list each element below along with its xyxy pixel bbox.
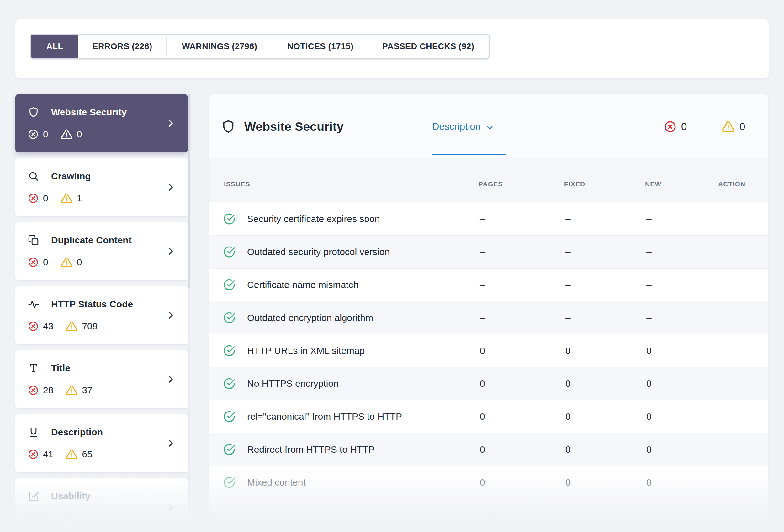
filter-tab-label: ERRORS (226) xyxy=(92,42,152,51)
pages-cell: 0 xyxy=(463,367,549,400)
action-cell xyxy=(702,269,768,301)
table-row[interactable]: Mixed content 0 0 0 xyxy=(209,466,768,499)
active-tab-indicator xyxy=(432,154,506,155)
check-circle-icon xyxy=(223,476,235,488)
warning-icon xyxy=(61,512,73,524)
filter-tab-label: PASSED CHECKS (92) xyxy=(382,42,474,51)
filter-tab[interactable]: ERRORS (226) xyxy=(78,34,166,58)
scrollbar-thumb[interactable] xyxy=(188,94,190,288)
error-icon xyxy=(28,449,38,459)
sidebar-item-counts: 0 0 xyxy=(28,512,175,525)
table-row[interactable]: HTTP URLs in XML sitemap 0 0 0 xyxy=(209,334,768,367)
error-icon xyxy=(28,385,38,396)
chevron-right-icon xyxy=(166,311,175,320)
action-cell xyxy=(702,302,768,334)
sidebar-item[interactable]: Duplicate Content 0 0 xyxy=(16,222,188,280)
issue-cell: No HTTPS encryption xyxy=(209,367,463,400)
table-row[interactable]: Redirect from HTTPS to HTTP 0 0 0 xyxy=(209,433,768,466)
column-header: NEW xyxy=(629,158,702,202)
sidebar-item-label: Description xyxy=(51,427,103,438)
fixed-cell: 0 xyxy=(549,400,629,433)
chevron-right-icon xyxy=(166,183,175,192)
sidebar-item[interactable]: HTTP Status Code 43 709 xyxy=(16,286,188,344)
table-row[interactable]: Outdated encryption algorithm – – – xyxy=(209,301,768,334)
issue-label: Redirect from HTTPS to HTTP xyxy=(247,444,375,455)
sidebar-scrollbar[interactable] xyxy=(188,94,190,532)
sidebar-item[interactable]: Crawling 0 1 xyxy=(16,158,188,217)
error-count: 0 xyxy=(43,129,48,140)
fixed-cell: 0 xyxy=(549,466,629,499)
filter-tab[interactable]: ALL xyxy=(31,34,78,58)
table-row[interactable]: No HTTPS encryption 0 0 0 xyxy=(209,367,768,400)
fixed-cell: 0 xyxy=(549,334,629,367)
chevron-down-icon xyxy=(486,123,494,132)
new-cell: 0 xyxy=(629,466,702,499)
issue-label: Certificate name mismatch xyxy=(247,279,359,290)
warning-icon xyxy=(722,120,735,133)
action-cell xyxy=(702,466,768,499)
table-row[interactable]: Security certificate expires soon – – – xyxy=(209,202,768,235)
activity-icon xyxy=(28,299,39,310)
panel-warning-count: 0 xyxy=(739,121,745,133)
sidebar-item[interactable]: Website Security 0 0 xyxy=(16,94,188,152)
filter-tab[interactable]: WARNINGS (2796) xyxy=(166,34,273,58)
column-header-label: FIXED xyxy=(564,180,585,188)
action-cell xyxy=(702,202,768,235)
sidebar-item-counts: 0 0 xyxy=(28,256,175,269)
error-icon xyxy=(28,257,38,268)
chevron-right-icon xyxy=(166,439,175,448)
panel-error-badge: 0 xyxy=(664,112,687,141)
main-panel: Website Security Description 0 0 ISSUES … xyxy=(209,94,768,532)
chevron-right-icon xyxy=(166,374,175,384)
issue-label: No HTTPS encryption xyxy=(247,378,339,389)
panel-title: Website Security xyxy=(221,112,344,141)
description-dropdown[interactable]: Description xyxy=(432,112,494,141)
action-cell xyxy=(702,334,768,367)
issue-cell: Security certificate expires soon xyxy=(209,202,463,235)
chevron-right-icon xyxy=(166,247,175,256)
underline-icon xyxy=(28,427,39,438)
table-row[interactable]: Outdated security protocol version – – – xyxy=(209,235,768,268)
fixed-cell: 0 xyxy=(549,367,629,400)
sidebar: Website Security 0 0 Crawling 0 1 Duplic… xyxy=(16,94,188,532)
table-row[interactable]: Certificate name mismatch – – – xyxy=(209,268,768,301)
warning-icon xyxy=(61,193,73,204)
issue-label: rel="canonical" from HTTPS to HTTP xyxy=(247,411,402,422)
new-cell: 0 xyxy=(629,433,702,466)
fixed-cell: – xyxy=(549,302,629,334)
sidebar-item[interactable]: Description 41 65 xyxy=(16,414,188,472)
table-body: Security certificate expires soon – – – … xyxy=(209,202,768,499)
check-circle-icon xyxy=(223,411,235,422)
pages-cell: 0 xyxy=(463,433,549,466)
check-circle-icon xyxy=(223,378,235,390)
filter-tab[interactable]: NOTICES (1715) xyxy=(273,34,368,58)
shield-icon xyxy=(221,119,235,134)
error-count: 28 xyxy=(43,385,53,396)
action-cell xyxy=(702,400,768,433)
sidebar-item[interactable]: Usability 0 0 xyxy=(16,478,188,532)
chevron-right-icon xyxy=(166,503,175,512)
pages-cell: – xyxy=(463,235,549,268)
error-count: 0 xyxy=(43,193,48,203)
sidebar-item[interactable]: Title 28 37 xyxy=(16,350,188,409)
warning-icon xyxy=(66,385,78,396)
action-cell xyxy=(702,433,768,466)
issue-label: HTTP URLs in XML sitemap xyxy=(247,345,365,356)
table-row[interactable]: rel="canonical" from HTTPS to HTTP 0 0 0 xyxy=(209,400,768,433)
shield-icon xyxy=(28,107,39,118)
sidebar-item-counts: 43 709 xyxy=(28,320,175,333)
sidebar-item-counts: 28 37 xyxy=(28,384,175,396)
issue-cell: Outdated encryption algorithm xyxy=(209,302,463,334)
filter-tab[interactable]: PASSED CHECKS (92) xyxy=(368,34,488,58)
title-icon xyxy=(28,363,39,374)
pages-cell: 0 xyxy=(463,334,549,367)
error-icon xyxy=(28,129,38,140)
issue-cell: rel="canonical" from HTTPS to HTTP xyxy=(209,400,463,433)
column-header: FIXED xyxy=(549,158,629,202)
issue-label: Mixed content xyxy=(247,477,306,488)
column-header-label: ACTION xyxy=(718,180,746,188)
error-count: 0 xyxy=(43,257,48,268)
column-header: PAGES xyxy=(463,158,549,202)
search-icon xyxy=(28,171,39,182)
new-cell: – xyxy=(629,235,702,268)
